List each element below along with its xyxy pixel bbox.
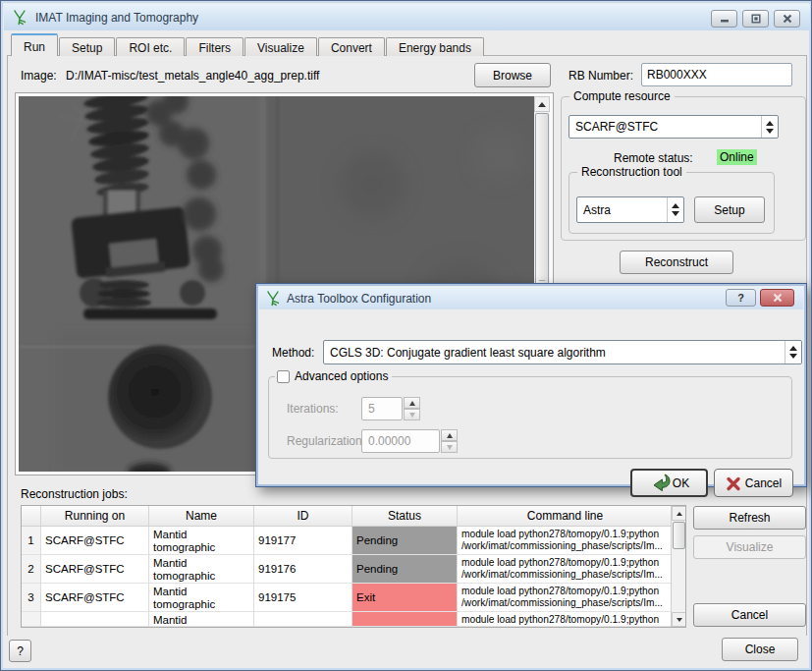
dialog-body: Method: CGLS 3D: Conjugate gradient leas… <box>259 309 803 483</box>
reconstruct-label: Reconstruct <box>645 255 708 269</box>
visualize-button[interactable]: Visualize <box>693 535 806 559</box>
regularization-value: 0.00000 <box>361 429 440 453</box>
image-label: Image: <box>21 69 57 83</box>
dialog-help-button[interactable]: ? <box>726 289 756 307</box>
jobs-label: Reconstruction jobs: <box>21 487 128 501</box>
table-scroll-up-button[interactable] <box>672 506 686 521</box>
row-number: 1 <box>22 527 41 555</box>
cell-running-on: SCARF@STFC <box>41 584 149 612</box>
tab-run-label: Run <box>24 40 45 54</box>
row-number <box>22 612 41 627</box>
cell-name: Mantidtomographic reco... <box>149 555 254 584</box>
mantid-logo-icon <box>12 10 27 26</box>
table-row-partial[interactable]: Mantid module load python278/tomopy/0.1.… <box>22 612 673 627</box>
header-rownum <box>22 506 41 526</box>
combo-spinner-icon <box>761 116 778 138</box>
reconstruction-tool-select[interactable]: Astra <box>576 196 684 223</box>
jobs-table: Running on Name ID Status Command line 1… <box>21 505 686 628</box>
dialog-title: Astra Toolbox Configuration <box>287 292 431 306</box>
cell-status: Pending <box>352 527 458 555</box>
row-number: 2 <box>22 555 41 584</box>
ok-arrow-icon <box>649 474 671 493</box>
tab-visualize-label: Visualize <box>257 41 304 55</box>
footer-bar <box>4 636 808 667</box>
combo-spinner-icon <box>667 197 683 222</box>
browse-button[interactable]: Browse <box>474 63 551 87</box>
image-path: D:/IMAT-misc/test_metals_angle40_agg_pre… <box>66 69 319 83</box>
regularization-spinbox[interactable]: 0.00000 <box>361 429 458 453</box>
cell-id: 919176 <box>254 555 352 584</box>
compute-resource-title: Compute resource <box>569 89 675 103</box>
scroll-down-icon <box>677 618 682 622</box>
visualize-label: Visualize <box>727 540 774 554</box>
scroll-up-icon <box>677 512 682 516</box>
cell-id: 919175 <box>254 584 352 612</box>
dialog-close-button[interactable] <box>760 289 794 307</box>
setup-button[interactable]: Setup <box>694 196 765 223</box>
iterations-label: Iterations: <box>287 402 339 416</box>
regularization-label: Regularization: <box>287 434 365 448</box>
cancel-x-icon <box>726 475 741 491</box>
header-status: Status <box>352 506 458 526</box>
reconstruct-button[interactable]: Reconstruct <box>620 251 733 274</box>
image-scroll-up-button[interactable] <box>534 96 550 112</box>
maximize-button[interactable] <box>742 10 769 28</box>
table-row[interactable]: 1 SCARF@STFC Mantidtomographic reco... 9… <box>22 527 673 555</box>
tab-visualize[interactable]: Visualize <box>244 37 317 56</box>
remote-status-label: Remote status: <box>614 151 693 165</box>
advanced-options-checkbox[interactable] <box>277 370 290 383</box>
mantid-logo-icon <box>265 291 281 307</box>
close-icon <box>783 14 792 24</box>
dialog-titlebar: Astra Toolbox Configuration <box>259 287 803 309</box>
dialog-help-label: ? <box>737 292 744 304</box>
iterations-spinbox[interactable]: 5 <box>361 397 420 420</box>
method-label: Method: <box>272 346 314 360</box>
cell-command-line: module load python278/tomopy/0.1.9;pytho… <box>458 612 673 627</box>
jobs-table-scrollbar[interactable] <box>671 506 685 627</box>
tab-filters[interactable]: Filters <box>186 37 244 56</box>
reconstruction-tool-title: Reconstruction tool <box>577 165 686 179</box>
help-button[interactable]: ? <box>9 640 31 662</box>
close-window-button[interactable] <box>774 10 800 28</box>
cell-status <box>352 612 458 627</box>
header-command-line: Command line <box>458 506 673 526</box>
spin-arrows-icon[interactable] <box>441 429 458 453</box>
refresh-button[interactable]: Refresh <box>693 506 806 530</box>
iterations-value: 5 <box>361 397 403 420</box>
cell-name: Mantidtomographic reco... <box>149 584 254 612</box>
method-value: CGLS 3D: Conjugate gradient least square… <box>324 346 785 360</box>
tab-energy-bands[interactable]: Energy bands <box>386 37 484 56</box>
close-button[interactable]: Close <box>722 638 798 661</box>
cell-command-line: module load python278/tomopy/0.1.9;pytho… <box>458 555 673 584</box>
tab-run[interactable]: Run <box>11 33 58 56</box>
cell-status: Exit <box>352 584 458 612</box>
table-row[interactable]: 2 SCARF@STFC Mantidtomographic reco... 9… <box>22 555 673 584</box>
advanced-options-group: Advanced options Iterations: 5 Regulariz… <box>268 376 792 459</box>
maximize-icon <box>751 14 761 24</box>
tab-setup[interactable]: Setup <box>59 37 115 56</box>
table-scroll-down-button[interactable] <box>672 612 686 627</box>
cancel-job-button[interactable]: Cancel <box>693 603 806 627</box>
dialog-cancel-button[interactable]: Cancel <box>714 469 793 497</box>
table-row[interactable]: 3 SCARF@STFC Mantidtomographic reco... 9… <box>22 584 673 612</box>
header-id: ID <box>254 506 352 526</box>
tab-convert[interactable]: Convert <box>318 37 385 56</box>
advanced-options-label: Advanced options <box>275 369 392 383</box>
method-select[interactable]: CGLS 3D: Conjugate gradient least square… <box>323 340 802 364</box>
tab-roi[interactable]: ROI etc. <box>116 37 185 56</box>
browse-label: Browse <box>493 69 532 83</box>
ok-button[interactable]: OK <box>630 469 708 497</box>
ok-label: OK <box>673 476 689 490</box>
minimize-button[interactable] <box>711 10 737 28</box>
rb-number-input[interactable] <box>641 63 792 86</box>
cell-command-line: module load python278/tomopy/0.1.9;pytho… <box>458 527 673 555</box>
tab-roi-label: ROI etc. <box>129 41 172 55</box>
table-scrollbar-thumb[interactable] <box>673 522 685 549</box>
spin-arrows-icon[interactable] <box>404 397 420 420</box>
compute-resource-select[interactable]: SCARF@STFC <box>568 115 779 139</box>
cancel-job-label: Cancel <box>731 608 768 622</box>
window-title: IMAT Imaging and Tomography <box>35 11 198 25</box>
help-label: ? <box>17 644 24 658</box>
cell-command-line: module load python278/tomopy/0.1.9;pytho… <box>458 584 673 612</box>
tab-setup-label: Setup <box>72 41 102 55</box>
